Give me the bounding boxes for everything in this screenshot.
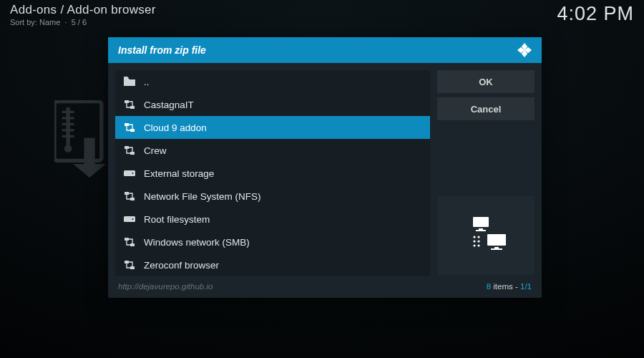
svg-point-1 bbox=[64, 145, 72, 153]
list-item-label: Cloud 9 addon bbox=[144, 122, 207, 133]
svg-point-9 bbox=[477, 236, 479, 238]
svg-rect-5 bbox=[487, 234, 506, 246]
network-source-icon bbox=[124, 122, 135, 132]
svg-point-10 bbox=[473, 240, 475, 242]
list-item[interactable]: CastagnaIT bbox=[115, 93, 430, 116]
svg-point-8 bbox=[473, 236, 475, 238]
network-source-icon bbox=[124, 260, 135, 270]
list-item[interactable]: External storage bbox=[115, 162, 430, 185]
dialog-footer: http://dejavurepo.github.io 8 items - 1/… bbox=[108, 276, 542, 298]
header-bar: Add-ons / Add-on browser Sort by: Name ·… bbox=[10, 3, 634, 26]
file-list[interactable]: ..CastagnaITCloud 9 addonCrewExternal st… bbox=[115, 70, 430, 276]
dialog-side-column: OK Cancel bbox=[430, 70, 535, 276]
dialog-titlebar: Install from zip file bbox=[108, 37, 542, 63]
footer-item-count: 8 items - 1/1 bbox=[487, 282, 532, 291]
list-item-label: .. bbox=[144, 77, 150, 87]
svg-rect-7 bbox=[491, 248, 502, 250]
zip-download-icon bbox=[54, 100, 115, 186]
list-item-label: CastagnaIT bbox=[144, 100, 194, 110]
svg-rect-4 bbox=[476, 230, 486, 231]
list-item[interactable]: Zeroconf browser bbox=[115, 253, 430, 276]
list-item[interactable]: Cloud 9 addon bbox=[115, 116, 430, 139]
sort-info: Sort by: Name · 5 / 6 bbox=[10, 18, 156, 26]
list-item-label: Zeroconf browser bbox=[144, 260, 219, 271]
svg-rect-2 bbox=[473, 217, 489, 227]
list-item-label: Crew bbox=[144, 145, 167, 156]
svg-point-13 bbox=[477, 244, 479, 246]
folder-icon bbox=[124, 77, 135, 87]
cancel-button[interactable]: Cancel bbox=[437, 97, 535, 120]
list-item-label: Windows network (SMB) bbox=[144, 237, 250, 248]
list-item[interactable]: Windows network (SMB) bbox=[115, 231, 430, 253]
svg-rect-6 bbox=[494, 247, 499, 248]
svg-rect-3 bbox=[479, 228, 483, 230]
svg-point-11 bbox=[477, 240, 479, 242]
clock: 4:02 PM bbox=[557, 3, 634, 25]
list-item[interactable]: Root filesystem bbox=[115, 208, 430, 231]
breadcrumb: Add-ons / Add-on browser bbox=[10, 3, 156, 17]
app-logo-icon bbox=[517, 43, 532, 57]
network-source-icon bbox=[124, 145, 135, 155]
disk-icon bbox=[124, 214, 135, 224]
list-item-label: Network File System (NFS) bbox=[144, 191, 261, 202]
list-item[interactable]: Network File System (NFS) bbox=[115, 185, 430, 208]
network-computers-icon bbox=[462, 216, 512, 256]
svg-point-12 bbox=[473, 244, 475, 246]
dialog-title: Install from zip file bbox=[118, 44, 206, 56]
source-thumbnail bbox=[438, 196, 535, 275]
list-item-label: External storage bbox=[144, 168, 214, 179]
install-from-zip-dialog: Install from zip file ..CastagnaITCloud … bbox=[108, 37, 542, 298]
network-source-icon bbox=[124, 237, 135, 247]
list-item[interactable]: Crew bbox=[115, 139, 430, 162]
network-source-icon bbox=[124, 191, 135, 201]
list-item[interactable]: .. bbox=[115, 70, 430, 93]
list-item-label: Root filesystem bbox=[144, 214, 210, 225]
disk-icon bbox=[124, 168, 135, 178]
footer-url: http://dejavurepo.github.io bbox=[118, 282, 213, 291]
network-source-icon bbox=[124, 100, 135, 110]
ok-button[interactable]: OK bbox=[437, 70, 535, 93]
